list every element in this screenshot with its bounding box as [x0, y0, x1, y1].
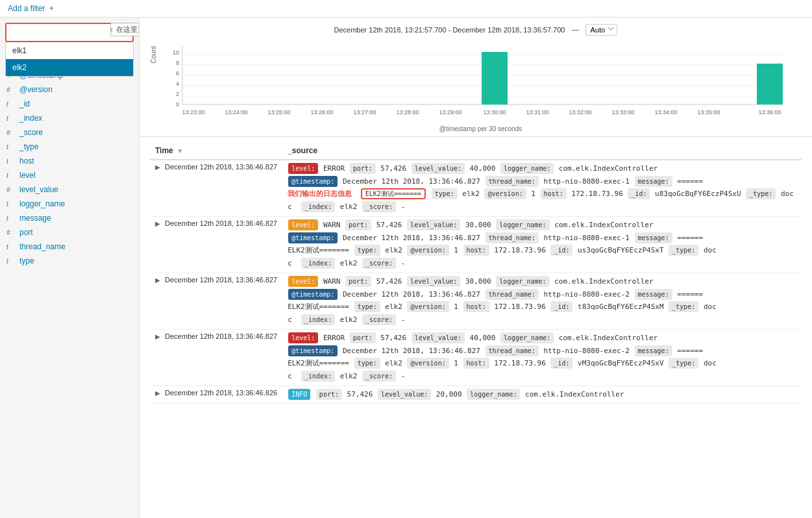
field-name-label: message: [19, 214, 51, 223]
index-option-elk1[interactable]: elk1: [6, 42, 133, 59]
field-type-icon: t: [6, 258, 16, 265]
port-badge: port:: [345, 276, 371, 287]
host-badge: host:: [463, 245, 489, 256]
time-cell: ▶ December 12th 2018, 13:36:46.826: [150, 386, 282, 404]
svg-text:13:32:00: 13:32:00: [569, 109, 591, 116]
score-badge: _score:: [362, 258, 396, 269]
level-value-badge: level_value:: [407, 219, 460, 230]
field-type-icon: t: [6, 115, 16, 122]
table-row: ▶ December 12th 2018, 13:36:46.827 level…: [150, 160, 802, 217]
col-source-label: _source: [288, 146, 317, 155]
field-name-label: _type: [19, 142, 38, 151]
message-badge: message:: [635, 232, 672, 243]
host-badge: host:: [463, 358, 489, 369]
id-badge: _id:: [550, 301, 572, 312]
svg-text:13:27:00: 13:27:00: [353, 109, 376, 116]
field-type-icon: t: [6, 243, 16, 251]
level-badge: level:: [288, 163, 318, 174]
field-item-level_value[interactable]: #level_value: [0, 182, 139, 197]
log-line-2: @timestamp: December 12th 2018, 13:36:46…: [288, 176, 796, 188]
expand-btn[interactable]: ▶: [155, 277, 160, 284]
field-list: ○@timestamp#@versiont_idt_index#_scoret_…: [0, 66, 139, 271]
svg-text:13:28:00: 13:28:00: [396, 109, 419, 116]
index-options-list: elk1 elk2: [5, 42, 134, 77]
field-item-_type[interactable]: t_type: [0, 140, 139, 154]
log-line-2: @timestamp: December 12th 2018, 13:36:46…: [288, 289, 796, 301]
expand-btn[interactable]: ▶: [155, 389, 160, 397]
timestamp-badge: @timestamp:: [288, 289, 338, 300]
index-badge: _index:: [301, 201, 335, 212]
top-bar: Add a filter +: [0, 0, 812, 18]
time-cell: ▶ December 12th 2018, 13:36:46.827: [150, 330, 282, 386]
field-item-message[interactable]: tmessage: [0, 211, 139, 225]
auto-select[interactable]: Auto: [585, 24, 617, 36]
_type-badge: _type:: [669, 358, 698, 369]
field-item-type[interactable]: ttype: [0, 254, 139, 268]
time-value: December 12th 2018, 13:36:46.827: [165, 332, 277, 340]
chart-controls: December 12th 2018, 13:21:57.700 - Decem…: [150, 24, 802, 36]
version-badge: @version:: [407, 358, 449, 369]
score-badge: _score:: [362, 371, 396, 382]
svg-text:13:31:00: 13:31:00: [526, 109, 548, 116]
results-table: Time ▼ _source ▶ December 12th 2018, 13:…: [150, 142, 802, 404]
score-badge: _score:: [362, 201, 396, 212]
log-line-4: c _index: elk2 _score: -: [288, 258, 796, 269]
svg-text:13:25:00: 13:25:00: [267, 109, 290, 116]
level-value-label: level_value:: [378, 389, 431, 400]
index-dropdown[interactable]: elk1 elk2: [5, 23, 134, 42]
port-badge: port:: [345, 219, 371, 230]
expand-btn[interactable]: ▶: [155, 220, 160, 227]
svg-text:13:23:00: 13:23:00: [182, 109, 204, 116]
logger-name-badge: logger_name:: [496, 276, 549, 287]
time-value: December 12th 2018, 13:36:46.827: [165, 219, 277, 227]
message-badge: message:: [635, 289, 672, 300]
chinese-annotation: 我们输出的日志信息: [288, 190, 352, 198]
id-badge: _id:: [550, 358, 572, 369]
field-item-thread_name[interactable]: tthread_name: [0, 240, 139, 254]
add-filter-link[interactable]: Add a filter +: [8, 4, 54, 13]
index-option-elk2[interactable]: elk2: [6, 59, 133, 76]
elk-label-highlight: ELK2测试=======: [361, 188, 426, 199]
field-item-@version[interactable]: #@version: [0, 82, 139, 97]
port-badge: port:: [350, 332, 376, 343]
expand-btn[interactable]: ▶: [155, 164, 160, 171]
svg-text:2: 2: [176, 91, 179, 97]
field-name-label: host: [19, 156, 34, 166]
field-type-icon: t: [6, 215, 16, 222]
index-search-input[interactable]: [5, 23, 134, 42]
elk-label: ELK2测试=======: [288, 246, 349, 254]
field-type-icon: t: [6, 158, 16, 165]
field-name-label: type: [19, 256, 34, 265]
log-line-1: level: ERROR port: 57,426 level_value: 4…: [288, 332, 796, 344]
field-item-_score[interactable]: #_score: [0, 125, 139, 140]
field-item-level[interactable]: tlevel: [0, 168, 139, 182]
field-item-_id[interactable]: t_id: [0, 97, 139, 111]
level-value-badge: level_value:: [407, 276, 460, 287]
svg-text:8: 8: [176, 60, 179, 66]
field-name-label: level_value: [19, 185, 58, 194]
_type-badge: _type:: [669, 301, 698, 312]
expand-btn[interactable]: ▶: [155, 333, 160, 340]
field-type-icon: #: [6, 86, 16, 93]
host-badge: host:: [541, 188, 567, 199]
field-item-logger_name[interactable]: tlogger_name: [0, 197, 139, 211]
log-line-3: 我们输出的日志信息 ELK2测试======= type: elk2 @vers…: [288, 188, 796, 200]
col-time-header[interactable]: Time ▼: [150, 142, 282, 160]
message-badge: message:: [635, 345, 672, 356]
plus-icon: +: [49, 4, 54, 13]
thread-name-badge: thread_name:: [486, 176, 539, 187]
time-value: December 12th 2018, 13:36:46.826: [165, 389, 277, 397]
field-item-port[interactable]: #port: [0, 225, 139, 240]
version-badge: @version:: [407, 245, 449, 256]
svg-text:13:33:00: 13:33:00: [611, 109, 634, 116]
table-row: ▶ December 12th 2018, 13:36:46.826 INFO …: [150, 386, 802, 404]
field-item-host[interactable]: thost: [0, 154, 139, 168]
field-item-_index[interactable]: t_index: [0, 111, 139, 125]
results-area: Time ▼ _source ▶ December 12th 2018, 13:…: [140, 137, 812, 518]
message-badge: message:: [635, 176, 672, 187]
level-badge: INFO: [288, 389, 310, 400]
log-line-1: level: WARN port: 57,426 level_value: 30…: [288, 276, 796, 288]
log-line-4: c _index: elk2 _score: -: [288, 201, 796, 213]
chart-with-axis: Count 0 2 4 6 8 10: [150, 40, 802, 136]
logger-name-badge: logger_name:: [496, 219, 549, 230]
